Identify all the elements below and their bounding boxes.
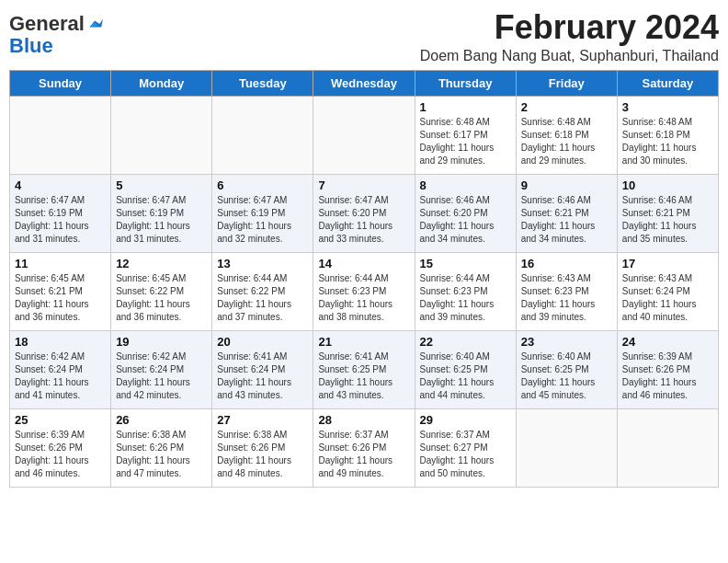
day-number: 2 xyxy=(521,100,612,114)
day-number: 29 xyxy=(420,413,511,427)
calendar-week-row: 1Sunrise: 6:48 AM Sunset: 6:17 PM Daylig… xyxy=(10,96,719,174)
calendar-day-cell: 21Sunrise: 6:41 AM Sunset: 6:25 PM Dayli… xyxy=(313,330,415,408)
day-info: Sunrise: 6:48 AM Sunset: 6:17 PM Dayligh… xyxy=(420,116,511,167)
calendar-day-cell xyxy=(516,408,617,487)
day-info: Sunrise: 6:37 AM Sunset: 6:27 PM Dayligh… xyxy=(420,429,511,480)
calendar-day-cell xyxy=(111,96,212,174)
calendar-day-cell: 16Sunrise: 6:43 AM Sunset: 6:23 PM Dayli… xyxy=(516,252,617,330)
day-info: Sunrise: 6:42 AM Sunset: 6:24 PM Dayligh… xyxy=(15,350,106,402)
calendar-day-cell: 5Sunrise: 6:47 AM Sunset: 6:19 PM Daylig… xyxy=(111,174,212,252)
day-info: Sunrise: 6:40 AM Sunset: 6:25 PM Dayligh… xyxy=(521,350,612,402)
calendar-day-cell: 27Sunrise: 6:38 AM Sunset: 6:26 PM Dayli… xyxy=(212,408,313,487)
day-of-week-header: Saturday xyxy=(617,70,718,96)
day-number: 22 xyxy=(420,335,511,349)
calendar-day-cell: 8Sunrise: 6:46 AM Sunset: 6:20 PM Daylig… xyxy=(415,174,516,252)
calendar-day-cell: 28Sunrise: 6:37 AM Sunset: 6:26 PM Dayli… xyxy=(313,408,415,487)
calendar-day-cell: 23Sunrise: 6:40 AM Sunset: 6:25 PM Dayli… xyxy=(516,330,617,408)
day-number: 1 xyxy=(420,100,511,114)
calendar-week-row: 11Sunrise: 6:45 AM Sunset: 6:21 PM Dayli… xyxy=(10,252,719,330)
calendar-table: SundayMondayTuesdayWednesdayThursdayFrid… xyxy=(9,70,719,488)
day-number: 11 xyxy=(15,257,106,270)
day-number: 5 xyxy=(116,178,207,192)
day-info: Sunrise: 6:44 AM Sunset: 6:23 PM Dayligh… xyxy=(318,272,409,324)
logo-blue: Blue xyxy=(9,35,103,57)
day-info: Sunrise: 6:47 AM Sunset: 6:19 PM Dayligh… xyxy=(116,194,207,246)
day-number: 20 xyxy=(217,335,308,349)
day-number: 9 xyxy=(521,178,612,192)
calendar-day-cell: 10Sunrise: 6:46 AM Sunset: 6:21 PM Dayli… xyxy=(617,174,718,252)
calendar-day-cell: 29Sunrise: 6:37 AM Sunset: 6:27 PM Dayli… xyxy=(415,408,516,487)
calendar-day-cell: 19Sunrise: 6:42 AM Sunset: 6:24 PM Dayli… xyxy=(111,330,212,408)
day-number: 7 xyxy=(318,178,409,192)
day-number: 10 xyxy=(622,178,713,192)
calendar-day-cell xyxy=(212,96,313,174)
day-of-week-header: Monday xyxy=(111,70,212,96)
calendar-week-row: 18Sunrise: 6:42 AM Sunset: 6:24 PM Dayli… xyxy=(10,330,719,408)
day-of-week-header: Friday xyxy=(516,70,617,96)
day-info: Sunrise: 6:45 AM Sunset: 6:21 PM Dayligh… xyxy=(15,272,106,324)
calendar-day-cell: 15Sunrise: 6:44 AM Sunset: 6:23 PM Dayli… xyxy=(415,252,516,330)
day-number: 14 xyxy=(318,257,409,270)
calendar-day-cell xyxy=(617,408,718,487)
calendar-day-cell: 26Sunrise: 6:38 AM Sunset: 6:26 PM Dayli… xyxy=(111,408,212,487)
calendar-day-cell xyxy=(313,96,415,174)
calendar-day-cell: 12Sunrise: 6:45 AM Sunset: 6:22 PM Dayli… xyxy=(111,252,212,330)
calendar-day-cell xyxy=(10,96,111,174)
day-info: Sunrise: 6:41 AM Sunset: 6:24 PM Dayligh… xyxy=(217,350,308,402)
day-number: 12 xyxy=(116,257,207,270)
day-info: Sunrise: 6:39 AM Sunset: 6:26 PM Dayligh… xyxy=(15,429,106,480)
day-info: Sunrise: 6:40 AM Sunset: 6:25 PM Dayligh… xyxy=(420,350,511,402)
day-number: 15 xyxy=(420,257,511,270)
day-of-week-header: Thursday xyxy=(415,70,516,96)
day-info: Sunrise: 6:47 AM Sunset: 6:20 PM Dayligh… xyxy=(318,194,409,246)
calendar-title: February 2024 xyxy=(420,9,719,46)
day-of-week-header: Sunday xyxy=(10,70,111,96)
calendar-day-cell: 4Sunrise: 6:47 AM Sunset: 6:19 PM Daylig… xyxy=(10,174,111,252)
calendar-day-cell: 25Sunrise: 6:39 AM Sunset: 6:26 PM Dayli… xyxy=(10,408,111,487)
day-number: 16 xyxy=(521,257,612,270)
day-info: Sunrise: 6:43 AM Sunset: 6:23 PM Dayligh… xyxy=(521,272,612,324)
day-info: Sunrise: 6:47 AM Sunset: 6:19 PM Dayligh… xyxy=(217,194,308,246)
day-info: Sunrise: 6:44 AM Sunset: 6:23 PM Dayligh… xyxy=(420,272,511,324)
day-number: 26 xyxy=(116,413,207,427)
day-info: Sunrise: 6:48 AM Sunset: 6:18 PM Dayligh… xyxy=(521,116,612,167)
day-info: Sunrise: 6:47 AM Sunset: 6:19 PM Dayligh… xyxy=(15,194,106,246)
day-number: 13 xyxy=(217,257,308,270)
day-number: 18 xyxy=(15,335,106,349)
day-info: Sunrise: 6:39 AM Sunset: 6:26 PM Dayligh… xyxy=(622,350,713,402)
day-number: 21 xyxy=(318,335,409,349)
calendar-day-cell: 22Sunrise: 6:40 AM Sunset: 6:25 PM Dayli… xyxy=(415,330,516,408)
day-number: 3 xyxy=(622,100,713,114)
day-info: Sunrise: 6:37 AM Sunset: 6:26 PM Dayligh… xyxy=(318,429,409,480)
calendar-day-cell: 9Sunrise: 6:46 AM Sunset: 6:21 PM Daylig… xyxy=(516,174,617,252)
day-of-week-header: Tuesday xyxy=(212,70,313,96)
day-number: 4 xyxy=(15,178,106,192)
day-number: 6 xyxy=(217,178,308,192)
calendar-day-cell: 14Sunrise: 6:44 AM Sunset: 6:23 PM Dayli… xyxy=(313,252,415,330)
day-number: 27 xyxy=(217,413,308,427)
day-number: 19 xyxy=(116,335,207,349)
day-info: Sunrise: 6:38 AM Sunset: 6:26 PM Dayligh… xyxy=(217,429,308,480)
calendar-subtitle: Doem Bang Nang Buat, Suphanburi, Thailan… xyxy=(420,48,719,64)
day-info: Sunrise: 6:46 AM Sunset: 6:20 PM Dayligh… xyxy=(420,194,511,246)
calendar-day-cell: 24Sunrise: 6:39 AM Sunset: 6:26 PM Dayli… xyxy=(617,330,718,408)
calendar-week-row: 4Sunrise: 6:47 AM Sunset: 6:19 PM Daylig… xyxy=(10,174,719,252)
day-number: 28 xyxy=(318,413,409,427)
calendar-day-cell: 18Sunrise: 6:42 AM Sunset: 6:24 PM Dayli… xyxy=(10,330,111,408)
day-info: Sunrise: 6:48 AM Sunset: 6:18 PM Dayligh… xyxy=(622,116,713,167)
calendar-day-cell: 1Sunrise: 6:48 AM Sunset: 6:17 PM Daylig… xyxy=(415,96,516,174)
title-area: February 2024 Doem Bang Nang Buat, Supha… xyxy=(420,9,719,64)
day-info: Sunrise: 6:44 AM Sunset: 6:22 PM Dayligh… xyxy=(217,272,308,324)
logo-general: General xyxy=(9,13,85,35)
day-info: Sunrise: 6:38 AM Sunset: 6:26 PM Dayligh… xyxy=(116,429,207,480)
calendar-day-cell: 2Sunrise: 6:48 AM Sunset: 6:18 PM Daylig… xyxy=(516,96,617,174)
day-info: Sunrise: 6:43 AM Sunset: 6:24 PM Dayligh… xyxy=(622,272,713,324)
calendar-day-cell: 3Sunrise: 6:48 AM Sunset: 6:18 PM Daylig… xyxy=(617,96,718,174)
logo: General Blue xyxy=(9,13,103,57)
day-info: Sunrise: 6:41 AM Sunset: 6:25 PM Dayligh… xyxy=(318,350,409,402)
calendar-week-row: 25Sunrise: 6:39 AM Sunset: 6:26 PM Dayli… xyxy=(10,408,719,487)
day-number: 24 xyxy=(622,335,713,349)
calendar-day-cell: 6Sunrise: 6:47 AM Sunset: 6:19 PM Daylig… xyxy=(212,174,313,252)
calendar-day-cell: 17Sunrise: 6:43 AM Sunset: 6:24 PM Dayli… xyxy=(617,252,718,330)
day-info: Sunrise: 6:46 AM Sunset: 6:21 PM Dayligh… xyxy=(521,194,612,246)
